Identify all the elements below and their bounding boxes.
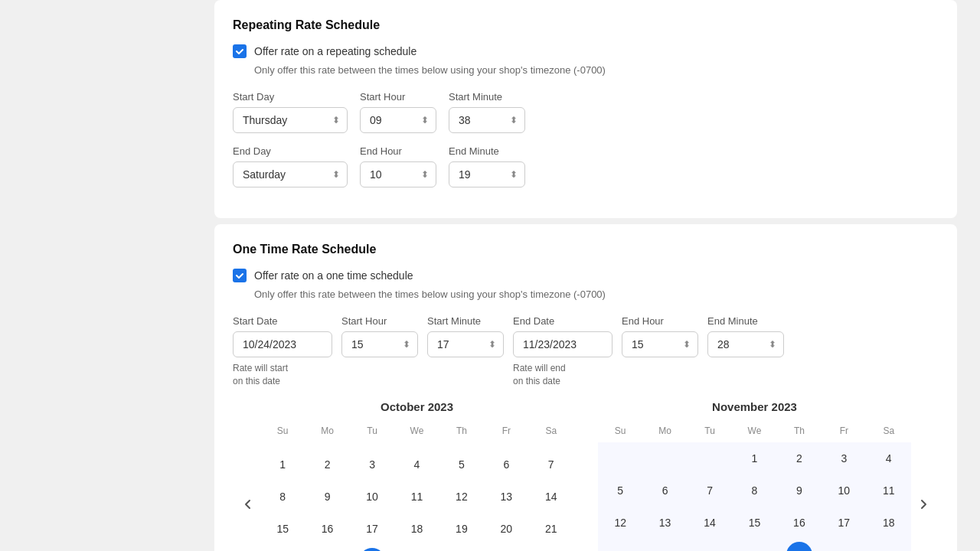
next-month-button[interactable]: [911, 492, 936, 517]
october-calendar: October 2023 Su Mo Tu We Th F: [260, 400, 573, 551]
nov-day-8[interactable]: 8: [741, 478, 767, 504]
end-minute-select-wrapper: 19 ⬍: [449, 161, 525, 187]
nov-day-15[interactable]: 15: [741, 510, 767, 536]
oct-day-21[interactable]: 21: [538, 516, 564, 542]
oct-day-24[interactable]: 24: [359, 548, 385, 551]
start-date-group: Start Date Rate will starton this date: [233, 315, 332, 388]
end-date-input[interactable]: [513, 331, 612, 357]
october-calendar-title: October 2023: [260, 400, 573, 413]
oct-day-17[interactable]: 17: [359, 516, 385, 542]
start-date-label: Start Date: [233, 315, 332, 327]
onetime-end-hour-select[interactable]: 15: [622, 331, 698, 357]
nov-day-20[interactable]: 20: [652, 542, 678, 551]
nov-day-14[interactable]: 14: [697, 510, 723, 536]
col-header-fr-nov: Fr: [822, 422, 866, 442]
oct-day-14[interactable]: 14: [538, 484, 564, 510]
table-row: 6: [484, 448, 528, 481]
nov-day-11[interactable]: 11: [876, 478, 902, 504]
start-hour-select[interactable]: 09: [360, 107, 436, 133]
table-row: 11: [394, 481, 439, 513]
nov-day-24[interactable]: 24: [831, 542, 857, 551]
repeating-checkbox[interactable]: [233, 44, 247, 58]
col-header-tu: Tu: [350, 422, 394, 442]
table-row: 25: [867, 539, 911, 551]
start-minute-select[interactable]: 38: [449, 107, 525, 133]
end-hour-group: End Hour 10 ⬍: [360, 145, 436, 187]
onetime-end-minute-select[interactable]: 28: [707, 331, 784, 357]
nov-day-13[interactable]: 13: [652, 510, 678, 536]
oct-day-15[interactable]: 15: [270, 516, 296, 542]
nov-day-7[interactable]: 7: [697, 478, 723, 504]
nov-day-17[interactable]: 17: [831, 510, 857, 536]
start-day-label: Start Day: [233, 91, 348, 103]
table-row: 10: [350, 481, 394, 513]
onetime-checkbox-row[interactable]: Offer rate on a one time schedule: [233, 269, 939, 282]
start-hour-group: Start Hour 09 ⬍: [360, 91, 436, 133]
start-minute-group: Start Minute 38 ⬍: [449, 91, 525, 133]
end-day-select[interactable]: SundayMondayTuesdayWednesdayThursdayFrid…: [233, 161, 348, 187]
col-header-we: We: [394, 422, 439, 442]
repeating-helper-text: Only offer this rate between the times b…: [254, 64, 939, 76]
table-row: 11: [867, 474, 911, 507]
repeating-checkbox-row[interactable]: Offer rate on a repeating schedule: [233, 44, 939, 58]
nov-day-25[interactable]: 25: [876, 542, 902, 551]
oct-day-19[interactable]: 19: [449, 516, 475, 542]
oct-day-5[interactable]: 5: [449, 452, 475, 478]
nov-day-9[interactable]: 9: [786, 478, 812, 504]
prev-month-button[interactable]: [236, 492, 260, 517]
oct-day-27[interactable]: 27: [493, 548, 519, 551]
nov-day-6[interactable]: 6: [652, 478, 678, 504]
oct-day-16[interactable]: 16: [315, 516, 341, 542]
oct-day-1[interactable]: 1: [270, 452, 296, 478]
nov-day-19[interactable]: 19: [607, 542, 633, 551]
start-date-input[interactable]: [233, 331, 332, 357]
table-row: 13: [484, 481, 528, 513]
oct-day-12[interactable]: 12: [449, 484, 475, 510]
nov-day-12[interactable]: 12: [607, 510, 633, 536]
onetime-start-minute-select[interactable]: 17: [427, 331, 504, 357]
oct-day-9[interactable]: 9: [315, 484, 341, 510]
oct-day-22[interactable]: 22: [270, 548, 296, 551]
oct-day-7[interactable]: 7: [538, 452, 564, 478]
oct-day-25[interactable]: 25: [403, 548, 430, 551]
oct-day-20[interactable]: 20: [493, 516, 519, 542]
oct-day-2[interactable]: 2: [315, 452, 341, 478]
nov-day-5[interactable]: 5: [607, 478, 633, 504]
nov-day-3[interactable]: 3: [831, 445, 857, 471]
repeating-end-fields: End Day SundayMondayTuesdayWednesdayThur…: [233, 145, 939, 187]
table-row: 5: [439, 448, 484, 481]
nov-day-22[interactable]: 22: [741, 542, 767, 551]
nov-day-23[interactable]: 23: [786, 542, 812, 551]
col-header-mo-nov: Mo: [642, 422, 687, 442]
onetime-start-minute-wrapper: 17 ⬍: [427, 331, 504, 357]
oct-day-23[interactable]: 23: [315, 548, 341, 551]
oct-day-10[interactable]: 10: [359, 484, 385, 510]
nov-day-4[interactable]: 4: [876, 445, 902, 471]
nov-day-2[interactable]: 2: [786, 445, 812, 471]
oct-day-3[interactable]: 3: [359, 452, 385, 478]
start-day-select-wrapper: SundayMondayTuesdayWednesdayThursdayFrid…: [233, 107, 348, 133]
oct-day-4[interactable]: 4: [403, 452, 430, 478]
nov-day-18[interactable]: 18: [876, 510, 902, 536]
nov-day-16[interactable]: 16: [786, 510, 812, 536]
start-day-select[interactable]: SundayMondayTuesdayWednesdayThursdayFrid…: [233, 107, 348, 133]
table-row: 16: [305, 513, 349, 545]
onetime-start-hour-select[interactable]: 15: [341, 331, 418, 357]
nov-day-1[interactable]: 1: [741, 445, 767, 471]
end-date-group: End Date Rate will endon this date: [513, 315, 612, 388]
end-minute-select[interactable]: 19: [449, 161, 525, 187]
end-hour-select[interactable]: 10: [360, 161, 436, 187]
oct-day-26[interactable]: 26: [449, 548, 475, 551]
oct-day-13[interactable]: 13: [493, 484, 519, 510]
oct-day-11[interactable]: 11: [403, 484, 430, 510]
oct-day-28[interactable]: 28: [538, 548, 564, 551]
oct-day-8[interactable]: 8: [270, 484, 296, 510]
oct-day-6[interactable]: 6: [493, 452, 519, 478]
onetime-helper-text: Only offer this rate between the times b…: [254, 289, 939, 300]
col-header-sa-nov: Sa: [867, 422, 911, 442]
oct-day-18[interactable]: 18: [403, 516, 430, 542]
november-calendar-title: November 2023: [598, 400, 911, 413]
nov-day-21[interactable]: 21: [697, 542, 723, 551]
nov-day-10[interactable]: 10: [831, 478, 857, 504]
onetime-checkbox[interactable]: [233, 269, 247, 282]
